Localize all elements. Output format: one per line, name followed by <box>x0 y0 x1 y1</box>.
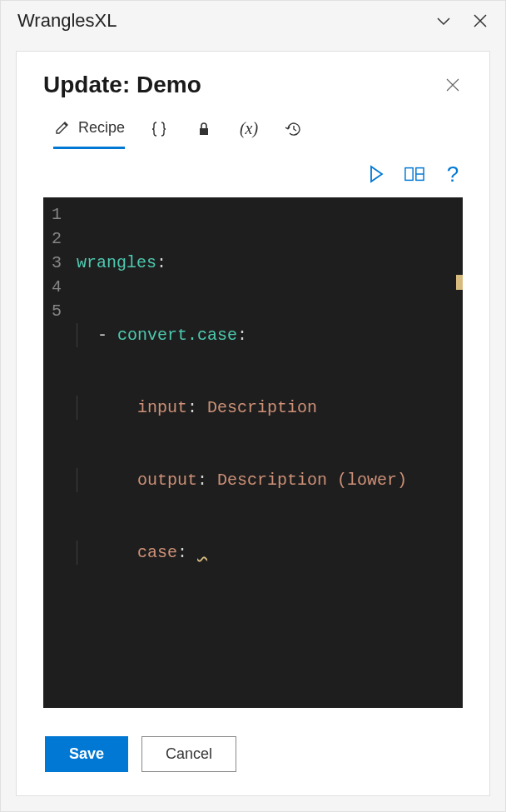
cancel-button[interactable]: Cancel <box>141 736 236 772</box>
code-token: output <box>137 471 197 490</box>
main-panel: Update: Demo Recipe (x) <box>16 51 490 796</box>
tab-recipe-label: Recipe <box>78 119 125 137</box>
panel-footer: Save Cancel <box>17 708 489 795</box>
chevron-down-icon[interactable] <box>435 12 452 29</box>
line-number: 4 <box>48 275 62 299</box>
pencil-icon <box>53 118 72 137</box>
tab-variable[interactable]: (x) <box>238 120 260 148</box>
svg-rect-1 <box>405 168 413 181</box>
editor-gutter: 1 2 3 4 5 <box>43 197 70 708</box>
app-title: WranglesXL <box>17 10 117 32</box>
close-panel-icon[interactable] <box>443 75 463 95</box>
line-number: 3 <box>48 251 62 275</box>
run-button[interactable] <box>366 164 386 184</box>
code-editor[interactable]: 1 2 3 4 5 wrangles: - convert.case: inpu… <box>43 197 463 708</box>
code-token: Description <box>207 398 317 417</box>
line-number: 1 <box>48 202 62 227</box>
titlebar: WranglesXL <box>1 1 505 41</box>
editor-toolbar: ? <box>17 149 489 192</box>
titlebar-controls <box>435 12 489 29</box>
code-token: wrangles <box>77 253 156 272</box>
tab-braces[interactable] <box>148 120 170 148</box>
warning-marker-icon <box>456 275 463 290</box>
app-window: WranglesXL Update: Demo Recipe <box>0 0 506 812</box>
tab-recipe[interactable]: Recipe <box>53 118 125 149</box>
help-button[interactable]: ? <box>443 164 463 184</box>
tab-lock[interactable] <box>193 120 215 148</box>
code-token: case <box>137 543 177 562</box>
tab-history[interactable] <box>283 120 305 148</box>
code-token: input <box>137 398 187 417</box>
close-window-icon[interactable] <box>472 12 489 29</box>
panel-header: Update: Demo <box>17 52 489 98</box>
warning-squiggle-icon: ~ <box>197 539 207 563</box>
line-number: 5 <box>48 299 62 323</box>
code-token: Description (lower) <box>217 471 407 490</box>
svg-rect-0 <box>200 128 208 135</box>
layout-button[interactable] <box>404 164 424 184</box>
panel-title: Update: Demo <box>43 72 201 98</box>
save-button[interactable]: Save <box>45 736 128 772</box>
line-number: 2 <box>48 227 62 251</box>
code-token: convert.case <box>117 326 237 345</box>
tab-bar: Recipe (x) <box>17 98 489 149</box>
editor-content[interactable]: wrangles: - convert.case: input: Descrip… <box>70 197 463 708</box>
